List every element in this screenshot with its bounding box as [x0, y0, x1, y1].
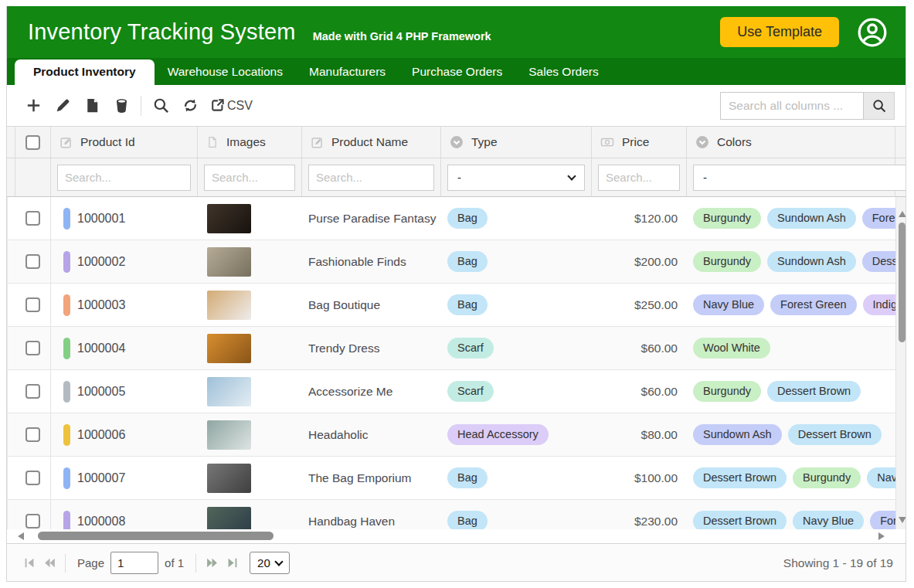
row-accent-bar: [63, 511, 70, 530]
column-header-type[interactable]: Type: [441, 127, 592, 158]
previous-page-icon[interactable]: [39, 553, 59, 573]
row-checkbox[interactable]: [25, 254, 40, 269]
filter-product-id-input[interactable]: [57, 165, 191, 191]
product-name: Accessorize Me: [308, 385, 392, 399]
product-name: Purse Paradise Fantasy: [308, 212, 436, 226]
pencil-square-icon: [59, 135, 73, 150]
tab-purchase-orders[interactable]: Purchase Orders: [399, 59, 515, 85]
top-bar: Inventory Tracking System Made with Grid…: [7, 6, 906, 58]
page-size-select[interactable]: 20: [250, 552, 290, 574]
scroll-down-arrow-icon[interactable]: [899, 517, 906, 523]
product-name-cell: Bag Boutique: [302, 284, 441, 326]
pagination-bar: Page of 1 20 Showing 1 - 19 of 19: [7, 543, 906, 582]
select-all-checkbox[interactable]: [25, 135, 40, 150]
color-badge: Sundown Ash: [693, 424, 782, 445]
copy-file-icon[interactable]: [77, 93, 107, 119]
color-badge: Dessert Brown: [788, 424, 882, 445]
pencil-square-icon: [310, 135, 324, 150]
column-header-product-id[interactable]: Product Id: [51, 127, 198, 158]
row-checkbox[interactable]: [25, 211, 40, 226]
last-page-icon[interactable]: [222, 553, 242, 573]
row-checkbox[interactable]: [25, 514, 40, 529]
color-badge: Burgundy: [693, 381, 761, 402]
export-csv-label: CSV: [227, 99, 253, 113]
type-badge: Bag: [447, 467, 488, 488]
color-badge: Sundown Ash: [767, 208, 856, 229]
column-header-colors[interactable]: Colors: [687, 127, 895, 158]
file-icon: [206, 135, 219, 149]
row-checkbox[interactable]: [25, 427, 40, 442]
row-checkbox[interactable]: [25, 341, 40, 355]
row-checkbox[interactable]: [25, 297, 40, 312]
tab-product-inventory[interactable]: Product Inventory: [15, 59, 155, 85]
filter-images-input[interactable]: [204, 165, 295, 191]
vertical-scrollbar[interactable]: [895, 197, 906, 529]
scroll-left-arrow-icon[interactable]: [18, 532, 24, 540]
row-checkbox[interactable]: [25, 384, 40, 399]
column-header-product-name[interactable]: Product Name: [302, 127, 441, 158]
grid-toolbar: CSV: [7, 85, 906, 126]
color-badge: Burgundy: [693, 251, 761, 272]
horizontal-scrollbar[interactable]: [7, 529, 906, 543]
type-cell: Scarf: [441, 327, 592, 369]
color-badge: Navy Blue: [793, 511, 864, 529]
filter-type-select[interactable]: -: [447, 165, 585, 191]
filter-colors-select[interactable]: -: [693, 165, 906, 191]
product-id: 1000003: [77, 298, 125, 312]
price: $80.00: [641, 428, 678, 442]
color-badge: Burgundy: [793, 467, 861, 488]
color-badge: Forest Green: [870, 511, 895, 529]
filter-cell-checkbox: [15, 158, 51, 196]
person-circle-icon[interactable]: [856, 16, 889, 49]
color-badge: Dessert Brown: [693, 467, 787, 488]
column-header-images[interactable]: Images: [198, 127, 302, 158]
scroll-right-arrow-icon[interactable]: [878, 532, 885, 540]
export-csv-button[interactable]: CSV: [205, 97, 257, 114]
images-cell: [198, 197, 302, 240]
add-icon[interactable]: [19, 93, 48, 119]
search-icon[interactable]: [146, 93, 175, 119]
scroll-up-arrow-icon[interactable]: [899, 211, 906, 217]
images-cell: [198, 284, 302, 326]
product-name: Trendy Dress: [308, 342, 379, 355]
tab-manufacturers[interactable]: Manufacturers: [296, 59, 399, 85]
filter-price-input[interactable]: [598, 165, 680, 191]
price-cell: $120.00: [592, 197, 687, 240]
type-badge: Scarf: [447, 338, 494, 359]
tab-sales-orders[interactable]: Sales Orders: [515, 59, 611, 85]
chevron-down-icon: [567, 172, 576, 180]
product-id-cell: 1000004: [51, 327, 198, 369]
type-badge: Bag: [447, 251, 488, 272]
table-row: 1000001 Purse Paradise Fantasy Bag $120.…: [8, 197, 895, 240]
next-page-icon[interactable]: [202, 553, 222, 573]
refresh-icon[interactable]: [175, 93, 205, 119]
product-id-cell: 1000005: [51, 370, 198, 413]
delete-trash-icon[interactable]: [107, 93, 136, 119]
banknote-icon: [600, 134, 615, 150]
first-page-icon[interactable]: [19, 553, 39, 573]
column-header-price[interactable]: Price: [592, 127, 687, 158]
product-image: [207, 464, 251, 493]
type-cell: Bag: [441, 457, 592, 499]
product-image: [207, 204, 251, 233]
row-checkbox[interactable]: [25, 471, 40, 485]
grid-filter-row: - -: [7, 158, 906, 197]
product-id: 1000007: [77, 471, 125, 485]
filter-product-name-input[interactable]: [308, 165, 434, 191]
tab-warehouse-locations[interactable]: Warehouse Locations: [155, 59, 296, 85]
use-template-button[interactable]: Use Template: [720, 17, 839, 47]
type-cell: Scarf: [441, 370, 592, 413]
product-name-cell: Purse Paradise Fantasy: [302, 197, 441, 240]
product-name: Headaholic: [308, 428, 369, 442]
edit-pencil-icon[interactable]: [48, 93, 77, 119]
horizontal-scrollbar-thumb[interactable]: [38, 532, 274, 540]
page-number-input[interactable]: [110, 552, 158, 574]
product-name: The Bag Emporium: [308, 471, 412, 485]
search-input[interactable]: [720, 92, 864, 120]
colors-cell: Dessert BrownNavy BlueForest Green: [687, 500, 895, 529]
product-image: [207, 377, 251, 406]
search-button[interactable]: [864, 92, 895, 120]
row-accent-bar: [63, 294, 70, 316]
toolbar-divider: [141, 96, 141, 116]
vertical-scrollbar-thumb[interactable]: [899, 223, 906, 342]
